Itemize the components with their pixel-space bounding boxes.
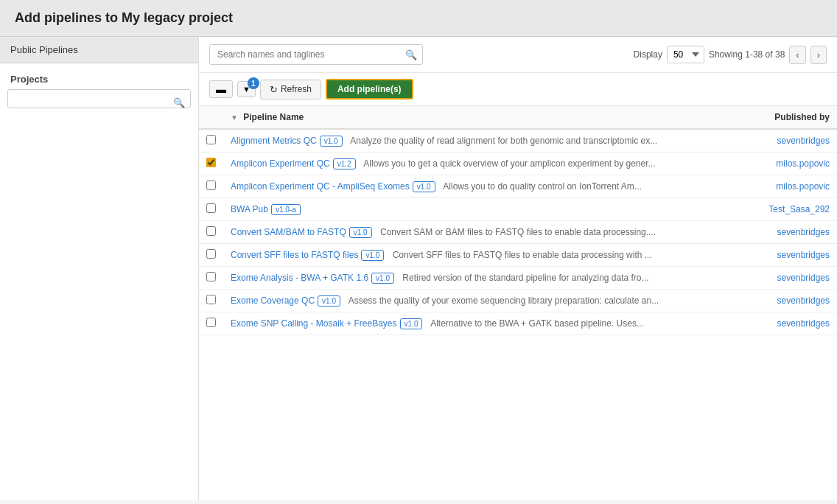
- row-name-cell: Amplicon Experiment QC - AmpliSeq Exomes…: [223, 175, 747, 198]
- search-wrap: 🔍: [209, 44, 423, 65]
- select-all-button[interactable]: ▬: [209, 80, 233, 98]
- pipeline-name-link[interactable]: Exome Coverage QC: [231, 295, 315, 306]
- col-published: Published by: [747, 106, 837, 129]
- publisher-link[interactable]: milos.popovic: [776, 181, 830, 192]
- row-name-cell: Exome Coverage QCv1.0 Assess the quality…: [223, 290, 747, 312]
- row-publisher-cell: sevenbridges: [747, 267, 837, 290]
- table-row: Amplicon Experiment QC - AmpliSeq Exomes…: [199, 175, 837, 198]
- row-checkbox[interactable]: [206, 158, 216, 167]
- row-checkbox[interactable]: [206, 226, 216, 236]
- version-badge: v1.0-a: [271, 204, 301, 215]
- row-name-cell: Alignment Metrics QCv1.0 Analyze the qua…: [223, 129, 747, 153]
- table-row: Alignment Metrics QCv1.0 Analyze the qua…: [199, 129, 837, 153]
- pipeline-name-link[interactable]: Convert SAM/BAM to FASTQ: [231, 227, 346, 237]
- row-checkbox-cell: [199, 290, 223, 312]
- pipeline-name-link[interactable]: Alignment Metrics QC: [231, 136, 317, 146]
- table-row: Convert SAM/BAM to FASTQv1.0 Convert SAM…: [199, 221, 837, 244]
- sidebar-search-wrap: 🔍: [0, 89, 198, 116]
- row-checkbox[interactable]: [206, 318, 216, 327]
- display-label: Display: [634, 49, 662, 60]
- toolbar-actions: ▬ ▼ 1 ↻ Refresh Add pipeline(s): [199, 73, 837, 106]
- pipeline-description: Allows you to get a quick overview of yo…: [362, 158, 656, 169]
- pipeline-name-link[interactable]: Exome SNP Calling - Mosaik + FreeBayes: [231, 318, 397, 329]
- table-row: Exome Analysis - BWA + GATK 1.6v1.0 Reti…: [199, 267, 837, 290]
- page-title: Add pipelines to My legacy project: [15, 10, 822, 26]
- table-row: Amplicon Experiment QCv1.2 Allows you to…: [199, 153, 837, 175]
- sidebar-section-title: Public Pipelines: [0, 37, 198, 63]
- row-publisher-cell: milos.popovic: [747, 175, 837, 198]
- publisher-link[interactable]: sevenbridges: [777, 318, 830, 329]
- prev-page-button[interactable]: ‹: [789, 46, 805, 64]
- pipeline-name-link[interactable]: BWA Pub: [231, 204, 268, 214]
- table-row: Exome SNP Calling - Mosaik + FreeBayesv1…: [199, 312, 837, 335]
- showing-text: Showing 1-38 of 38: [709, 49, 785, 60]
- publisher-link[interactable]: sevenbridges: [777, 136, 830, 146]
- sidebar-projects-label: Projects: [0, 63, 198, 89]
- row-checkbox[interactable]: [206, 295, 216, 304]
- pipeline-description: Retired version of the standard pipeline…: [400, 273, 649, 283]
- row-name-cell: Exome Analysis - BWA + GATK 1.6v1.0 Reti…: [223, 267, 747, 290]
- publisher-link[interactable]: Test_Sasa_292: [768, 204, 830, 214]
- sidebar-search-icon: 🔍: [173, 97, 185, 108]
- row-checkbox-cell: [199, 221, 223, 244]
- table-row: Convert SFF files to FASTQ filesv1.0 Con…: [199, 244, 837, 267]
- pipeline-name-link[interactable]: Amplicon Experiment QC - AmpliSeq Exomes: [231, 181, 410, 192]
- row-name-cell: Amplicon Experiment QCv1.2 Allows you to…: [223, 153, 747, 175]
- row-checkbox[interactable]: [206, 181, 216, 190]
- publisher-link[interactable]: sevenbridges: [777, 295, 830, 306]
- version-badge: v1.2: [333, 158, 356, 169]
- pipeline-name-link[interactable]: Exome Analysis - BWA + GATK 1.6: [231, 273, 368, 283]
- row-checkbox[interactable]: [206, 272, 216, 281]
- row-publisher-cell: Test_Sasa_292: [747, 198, 837, 221]
- minus-icon: ▬: [216, 84, 226, 94]
- sidebar: Public Pipelines Projects 🔍: [0, 37, 199, 500]
- row-publisher-cell: sevenbridges: [747, 244, 837, 267]
- row-checkbox-cell: [199, 267, 223, 290]
- page-header: Add pipelines to My legacy project: [0, 0, 837, 37]
- publisher-link[interactable]: sevenbridges: [777, 227, 830, 237]
- pipeline-name-link[interactable]: Convert SFF files to FASTQ files: [231, 250, 358, 260]
- row-checkbox[interactable]: [206, 203, 216, 213]
- toolbar-top: 🔍 Display 50 10 25 100 Showing 1-38 of 3…: [199, 37, 837, 73]
- version-badge: v1.0: [349, 227, 372, 238]
- col-check: [199, 106, 223, 129]
- sidebar-search-input[interactable]: [7, 89, 191, 108]
- version-badge: v1.0: [361, 250, 384, 261]
- row-checkbox-cell: [199, 198, 223, 221]
- display-select[interactable]: 50 10 25 100: [667, 46, 704, 63]
- row-publisher-cell: sevenbridges: [747, 290, 837, 312]
- col-pipeline-name: ▼ Pipeline Name: [223, 106, 747, 129]
- pipeline-description: Convert SFF files to FASTQ files to enab…: [390, 250, 652, 260]
- pipeline-description: Allows you to do quality control on IonT…: [441, 181, 642, 192]
- row-checkbox-cell: [199, 244, 223, 267]
- pipeline-name-link[interactable]: Amplicon Experiment QC: [231, 158, 330, 169]
- row-name-cell: BWA Pubv1.0-a: [223, 198, 747, 221]
- row-checkbox-cell: [199, 175, 223, 198]
- pipeline-description: Analyze the quality of read alignment fo…: [349, 136, 658, 146]
- next-page-button[interactable]: ›: [810, 46, 827, 64]
- row-name-cell: Convert SAM/BAM to FASTQv1.0 Convert SAM…: [223, 221, 747, 244]
- refresh-icon: ↻: [270, 84, 278, 95]
- version-badge: v1.0: [413, 181, 435, 192]
- selection-dropdown-button[interactable]: ▼ 1: [237, 81, 256, 97]
- row-checkbox-cell: [199, 129, 223, 153]
- row-checkbox-cell: [199, 312, 223, 335]
- search-icon: 🔍: [405, 49, 417, 60]
- selection-badge: 1: [248, 77, 259, 89]
- version-badge: v1.0: [371, 273, 394, 284]
- row-publisher-cell: sevenbridges: [747, 312, 837, 335]
- publisher-link[interactable]: sevenbridges: [777, 250, 830, 260]
- row-name-cell: Exome SNP Calling - Mosaik + FreeBayesv1…: [223, 312, 747, 335]
- publisher-link[interactable]: sevenbridges: [777, 273, 830, 283]
- add-pipeline-button[interactable]: Add pipeline(s): [326, 79, 413, 99]
- refresh-button[interactable]: ↻ Refresh: [260, 80, 321, 99]
- search-input[interactable]: [209, 44, 423, 65]
- row-checkbox[interactable]: [206, 249, 216, 259]
- version-badge: v1.0: [400, 318, 423, 329]
- publisher-link[interactable]: milos.popovic: [776, 158, 830, 169]
- layout: Public Pipelines Projects 🔍 🔍 Display 50…: [0, 37, 837, 500]
- row-publisher-cell: milos.popovic: [747, 153, 837, 175]
- display-area: Display 50 10 25 100 Showing 1-38 of 38 …: [634, 46, 827, 64]
- row-checkbox[interactable]: [206, 135, 216, 144]
- row-name-cell: Convert SFF files to FASTQ filesv1.0 Con…: [223, 244, 747, 267]
